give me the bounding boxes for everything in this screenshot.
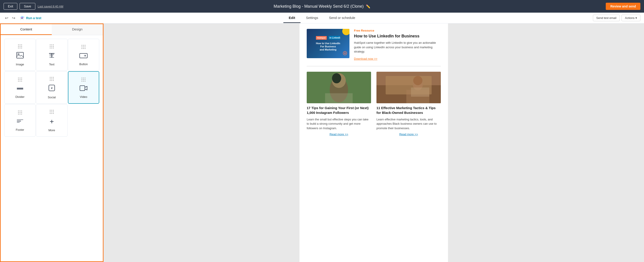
content-item-image[interactable]: Image [4,39,36,71]
drag-dots-divider [18,78,22,82]
email-preview: HubSpot in LinkedIn How to Use LinkedInF… [300,24,448,262]
tab-send-schedule[interactable]: Send or schedule [324,13,361,23]
article-image-overlay-2 [376,72,441,103]
svg-text:in LinkedIn: in LinkedIn [330,37,340,39]
text-label: Text [49,63,54,66]
sub-nav-right: Send test email Actions ▾ [593,15,640,21]
chevron-down-icon: ▾ [636,16,637,20]
tab-design[interactable]: Design [52,24,103,35]
resource-link[interactable]: Download now >> [354,57,377,60]
article-image-2 [376,72,441,103]
tab-settings[interactable]: Settings [300,13,324,23]
button-label: Button [80,62,88,66]
plus-icon: + [50,117,54,126]
footer-icon [16,118,24,125]
tab-content[interactable]: Content [1,24,52,35]
social-icon: # [48,85,55,93]
resource-content: Free Resource How to Use LinkedIn for Bu… [354,29,441,61]
drag-dots-more [50,110,54,114]
image-label: Image [16,63,24,66]
social-label: Social [48,96,56,99]
article-desc-2: Learn effective marketing tactics, tools… [376,117,441,130]
exit-button[interactable]: Exit [4,3,17,10]
panel-tabs: Content Design [1,24,103,35]
main-layout: Content Design Image [0,24,644,262]
top-bar-right: Review and send [606,3,640,10]
article-link-2[interactable]: Read more >> [376,133,441,136]
hubspot-sprocket [343,51,347,56]
pencil-icon[interactable]: ✏️ [366,4,370,9]
video-label: Video [80,95,87,98]
last-saved-label: Last saved 8:40 AM [38,5,63,8]
content-item-button[interactable]: Button [68,39,99,71]
article-card-1: 17 Tips for Gaining Your First (or Next)… [307,72,371,136]
svg-text:#: # [51,87,53,90]
footer-label: Footer [16,128,24,132]
drag-dots-text [50,44,54,49]
undo-button[interactable]: ↩ [4,15,10,22]
content-item-divider[interactable]: Divider [4,71,36,104]
actions-label: Actions [625,16,634,20]
content-grid: Image Text [1,35,103,140]
article-desc-1: Learn the small but effective steps you … [307,117,371,130]
sub-nav-left: ↩ ↪ ⚗️ Run a test [4,15,43,22]
run-test-button[interactable]: ⚗️ Run a test [18,15,43,21]
svg-point-15 [344,53,346,54]
right-content: HubSpot in LinkedIn How to Use LinkedInF… [104,24,644,262]
article-link-1[interactable]: Read more >> [307,133,371,136]
free-resource-section: HubSpot in LinkedIn How to Use LinkedInF… [300,24,448,66]
svg-point-1 [18,53,19,55]
undo-redo-group: ↩ ↪ [4,15,17,22]
content-item-more[interactable]: + More [36,104,67,137]
video-icon [80,85,87,92]
article-title-2: 11 Effective Marketing Tactics & Tips fo… [376,105,441,115]
drag-dots-image [18,44,22,49]
svg-rect-30 [376,72,441,103]
article-card-2: 11 Effective Marketing Tactics & Tips fo… [376,72,441,136]
content-item-video[interactable]: Video [68,71,99,104]
redo-button[interactable]: ↪ [10,15,17,22]
article-title-1: 17 Tips for Gaining Your First (or Next)… [307,105,371,115]
run-test-label: Run a test [26,16,42,20]
resource-tag: Free Resource [354,29,441,32]
yellow-circle-decoration [342,29,350,35]
button-icon [80,53,88,60]
review-send-button[interactable]: Review and send [606,3,640,10]
svg-rect-8 [80,86,85,91]
top-bar-center: Marketing Blog - Manual Weekly Send 6/2 … [274,4,370,9]
divider-icon [16,85,24,92]
svg-rect-2 [80,53,87,58]
divider-label: Divider [15,95,24,98]
content-item-social[interactable]: # Social [36,71,67,104]
resource-desc: HubSpot came together with LinkedIn to g… [354,41,441,54]
resource-logos: HubSpot in LinkedIn [316,36,340,40]
article-image-1 [307,72,371,103]
more-label: More [48,128,55,132]
articles-grid: 17 Tips for Gaining Your First (or Next)… [300,66,448,142]
content-item-text[interactable]: Text [36,39,67,71]
drag-dots-social [50,77,54,81]
resource-image: HubSpot in LinkedIn How to Use LinkedInF… [307,29,350,58]
drag-dots-video [82,78,86,82]
save-button[interactable]: Save [20,3,35,10]
image-icon [16,52,24,60]
resource-title: How to Use LinkedIn for Business [354,34,441,39]
actions-button[interactable]: Actions ▾ [622,15,640,21]
top-bar-left: Exit Save Last saved 8:40 AM [4,3,63,10]
flask-icon: ⚗️ [20,16,25,20]
hubspot-logo: HubSpot [316,36,327,40]
top-bar: Exit Save Last saved 8:40 AM Marketing B… [0,0,644,13]
sub-nav: ↩ ↪ ⚗️ Run a test Edit Settings Send or … [0,13,644,24]
resource-image-text: How to Use LinkedInFor Businessand Marke… [314,42,342,51]
sub-nav-tabs: Edit Settings Send or schedule [283,13,360,23]
tab-edit[interactable]: Edit [283,13,300,23]
send-test-email-button[interactable]: Send test email [593,15,620,21]
left-panel: Content Design Image [0,24,104,262]
drag-dots-button [82,45,86,49]
page-title: Marketing Blog - Manual Weekly Send 6/2 … [274,4,364,9]
drag-dots-footer [18,110,22,114]
text-icon [48,52,55,60]
svg-rect-0 [17,52,24,58]
content-item-footer[interactable]: Footer [4,104,36,137]
article-image-overlay-1 [307,72,371,103]
